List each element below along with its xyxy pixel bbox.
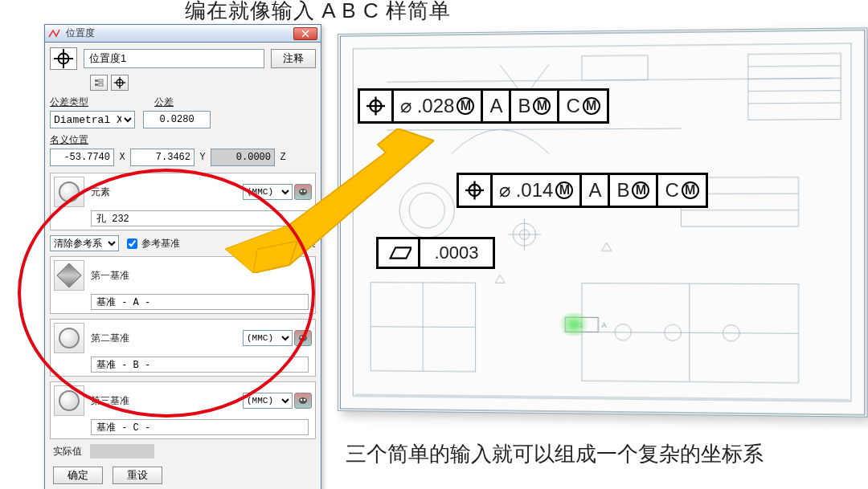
svg-point-17 xyxy=(304,336,305,338)
svg-rect-5 xyxy=(95,79,98,82)
svg-point-14 xyxy=(304,190,305,192)
reference-datum-checkbox[interactable]: 参考基准 xyxy=(124,236,180,251)
svg-rect-7 xyxy=(95,84,98,86)
svg-point-27 xyxy=(409,193,444,228)
position-symbol-icon xyxy=(360,91,394,121)
z-input[interactable] xyxy=(211,149,275,166)
caption-top-fragment: 编在就像输入 A B C 样简单 xyxy=(185,0,451,25)
mmc-modifier-icon: M xyxy=(583,97,600,115)
actual-value-label: 实际值 xyxy=(53,445,82,458)
svg-marker-53 xyxy=(495,275,505,283)
element-mmc-select[interactable]: (MMC) xyxy=(243,184,293,200)
tolerance-label: 公差 xyxy=(154,96,174,109)
green-highlight xyxy=(556,313,592,336)
svg-point-20 xyxy=(304,399,305,401)
fcf-position-1: ⌀ .028M A BM CM xyxy=(358,88,609,124)
svg-rect-8 xyxy=(99,84,103,86)
mmc-modifier-icon: M xyxy=(457,97,474,115)
datum3-icon-button[interactable] xyxy=(54,385,84,416)
circle-icon xyxy=(59,181,80,202)
diamond-icon xyxy=(56,263,81,287)
app-icon xyxy=(48,29,61,39)
fcf3-value-cell: .0003 xyxy=(420,239,493,267)
svg-rect-6 xyxy=(99,79,103,82)
datum2-mmc-select[interactable]: (MMC) xyxy=(243,330,293,346)
element-name-input[interactable] xyxy=(91,210,309,226)
fcf2-tolerance-cell: ⌀ .014M xyxy=(493,175,582,206)
svg-line-38 xyxy=(387,128,681,130)
svg-line-40 xyxy=(748,66,841,67)
fcf1-datum-a: A xyxy=(483,91,511,121)
mmc-modifier-icon: M xyxy=(682,181,699,199)
datum3-mmc-select[interactable]: (MMC) xyxy=(243,393,293,409)
caption-bottom: 三个简单的输入就可以组成一个复杂的坐标系 xyxy=(346,440,764,468)
svg-line-42 xyxy=(748,91,841,92)
datum1-title: 第一基准 xyxy=(91,269,312,283)
svg-point-13 xyxy=(301,190,302,192)
x-input[interactable] xyxy=(50,149,114,166)
fcf1-datum-b: BM xyxy=(511,91,559,121)
y-input[interactable] xyxy=(130,149,194,166)
x-axis-label: X xyxy=(117,152,127,163)
svg-point-16 xyxy=(301,336,302,338)
mmc-modifier-icon: M xyxy=(555,181,573,199)
circle-icon xyxy=(59,390,80,411)
clear-reference-select[interactable]: 清除参考系 xyxy=(50,235,119,251)
datum1-frame: 第一基准 xyxy=(50,256,316,314)
tolerance-type-label: 公差类型 xyxy=(50,96,146,109)
fcf2-datum-c: CM xyxy=(658,175,705,206)
datum2-title: 第二基准 xyxy=(91,332,243,345)
titlebar: 位置度 xyxy=(45,25,321,43)
datum2-name-input[interactable] xyxy=(91,357,309,373)
toolbar-position-icon[interactable] xyxy=(111,75,129,91)
tolerance-type-select[interactable]: Diametral XY xyxy=(50,111,135,128)
y-axis-label: Y xyxy=(198,152,207,163)
z-axis-label: Z xyxy=(278,152,288,163)
dialog-title: 位置度 xyxy=(66,26,293,40)
blueprint-drawing: .001 A xyxy=(338,27,867,417)
cs-transform-checkbox[interactable]: 坐标变换 xyxy=(260,236,316,251)
fcf-position-2: ⌀ .014M A BM CM xyxy=(457,173,708,208)
svg-point-19 xyxy=(301,399,302,401)
close-button[interactable] xyxy=(293,27,317,40)
ok-button[interactable]: 确定 xyxy=(53,467,103,484)
datum2-frame: 第二基准 (MMC) xyxy=(50,319,316,377)
datum2-options-button[interactable] xyxy=(294,330,312,346)
element-label: 元素 xyxy=(91,185,243,199)
mmc-modifier-icon: M xyxy=(533,97,551,115)
element-icon-button[interactable] xyxy=(54,177,84,207)
position-name-input[interactable] xyxy=(84,49,264,68)
position-symbol-button[interactable] xyxy=(50,47,77,70)
datum3-frame: 第三基准 (MMC) xyxy=(50,381,316,439)
flatness-symbol-icon xyxy=(379,239,420,267)
circle-icon xyxy=(59,328,80,348)
fcf1-datum-c: CM xyxy=(559,91,606,121)
fcf2-datum-b: BM xyxy=(610,175,658,206)
position-dialog: 位置度 注释 xyxy=(44,24,321,489)
svg-marker-52 xyxy=(601,242,611,251)
datum2-icon-button[interactable] xyxy=(54,323,84,353)
svg-marker-63 xyxy=(391,247,411,258)
svg-point-26 xyxy=(399,183,454,238)
tolerance-value-input[interactable] xyxy=(143,111,211,128)
fcf-flatness: .0003 xyxy=(376,237,495,269)
svg-marker-50 xyxy=(406,138,416,146)
svg-line-32 xyxy=(582,332,799,333)
svg-point-12 xyxy=(299,189,307,195)
datum1-icon-button[interactable] xyxy=(54,260,84,291)
fcf2-datum-a: A xyxy=(582,175,610,206)
svg-line-43 xyxy=(748,103,841,104)
element-options-button[interactable] xyxy=(294,184,312,200)
nominal-label: 名义位置 xyxy=(50,133,316,147)
mmc-modifier-icon: M xyxy=(632,181,649,199)
reset-button[interactable]: 重设 xyxy=(113,467,162,484)
svg-line-41 xyxy=(748,78,841,79)
svg-point-18 xyxy=(299,397,307,404)
datum1-name-input[interactable] xyxy=(91,294,309,310)
element-frame: 元素 (MMC) xyxy=(50,173,316,230)
svg-rect-39 xyxy=(748,53,841,120)
annotate-button[interactable]: 注释 xyxy=(271,49,316,68)
toolbar-icon-1[interactable] xyxy=(90,75,108,91)
datum3-name-input[interactable] xyxy=(91,419,309,435)
datum3-options-button[interactable] xyxy=(294,393,312,409)
